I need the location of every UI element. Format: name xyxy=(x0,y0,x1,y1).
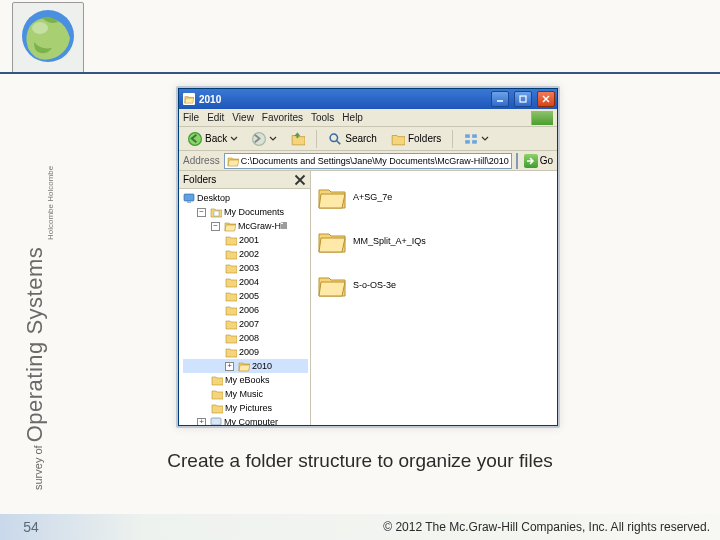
menu-file[interactable]: File xyxy=(183,112,199,123)
folder-icon xyxy=(225,276,237,288)
folder-icon xyxy=(225,234,237,246)
maximize-button[interactable] xyxy=(514,91,532,107)
tree-my-pictures[interactable]: My Pictures xyxy=(183,401,308,415)
forward-icon xyxy=(252,132,266,146)
search-button[interactable]: Search xyxy=(323,130,382,148)
window-title: 2010 xyxy=(199,94,486,105)
tree-desktop[interactable]: Desktop xyxy=(183,191,308,205)
content-pane[interactable]: A+SG_7e MM_Split_A+_IQs S-o-OS-3e xyxy=(311,171,557,425)
menu-tools[interactable]: Tools xyxy=(311,112,334,123)
svg-point-9 xyxy=(189,132,202,145)
folder-tree[interactable]: Desktop −My Documents −McGraw-Hill 2001 … xyxy=(179,189,310,425)
menubar: File Edit View Favorites Tools Help xyxy=(179,109,557,127)
book-spine: Holcombe Holcombe survey of Operating Sy… xyxy=(22,90,48,490)
search-label: Search xyxy=(345,133,377,144)
tree-my-music[interactable]: My Music xyxy=(183,387,308,401)
menu-help[interactable]: Help xyxy=(342,112,363,123)
svg-rect-13 xyxy=(465,140,470,144)
folders-pane-title: Folders xyxy=(183,174,216,185)
copyright: © 2012 The Mc.Graw-Hill Companies, Inc. … xyxy=(62,520,720,534)
address-path: C:\Documents and Settings\Jane\My Docume… xyxy=(241,156,509,166)
svg-rect-12 xyxy=(472,134,477,138)
back-button[interactable]: Back xyxy=(183,130,243,148)
folder-icon xyxy=(225,262,237,274)
collapse-toggle[interactable]: − xyxy=(211,222,220,231)
tree-my-documents[interactable]: −My Documents xyxy=(183,205,308,219)
folder-icon xyxy=(225,304,237,316)
go-icon xyxy=(524,154,538,168)
tree-year[interactable]: 2008 xyxy=(183,331,308,345)
folder-icon xyxy=(317,228,347,254)
folder-item[interactable]: A+SG_7e xyxy=(317,179,551,215)
folder-icon xyxy=(225,346,237,358)
globe-logo xyxy=(12,2,84,74)
expand-toggle[interactable]: + xyxy=(225,362,234,371)
go-button[interactable]: Go xyxy=(522,154,555,168)
tree-year[interactable]: 2003 xyxy=(183,261,308,275)
tree-year[interactable]: 2004 xyxy=(183,275,308,289)
explorer-window: 2010 File Edit View Favorites Tools Help… xyxy=(178,88,558,426)
chevron-down-icon xyxy=(481,135,489,143)
folder-icon xyxy=(317,272,347,298)
tree-my-ebooks[interactable]: My eBooks xyxy=(183,373,308,387)
folder-item[interactable]: MM_Split_A+_IQs xyxy=(317,223,551,259)
back-icon xyxy=(188,132,202,146)
spine-authors: Holcombe Holcombe xyxy=(46,166,55,240)
collapse-toggle[interactable]: − xyxy=(197,208,206,217)
chevron-down-icon xyxy=(230,135,238,143)
folders-pane-close[interactable] xyxy=(294,174,306,186)
explorer-screenshot: 2010 File Edit View Favorites Tools Help… xyxy=(176,86,560,428)
folder-icon xyxy=(225,318,237,330)
tree-vendor[interactable]: −McGraw-Hill xyxy=(183,219,308,233)
address-field[interactable]: C:\Documents and Settings\Jane\My Docume… xyxy=(224,153,512,169)
up-button[interactable] xyxy=(286,130,310,148)
expand-toggle[interactable]: + xyxy=(197,418,206,426)
menu-edit[interactable]: Edit xyxy=(207,112,224,123)
folder-label: A+SG_7e xyxy=(353,192,392,202)
search-icon xyxy=(328,132,342,146)
minimize-button[interactable] xyxy=(491,91,509,107)
folder-icon xyxy=(317,184,347,210)
tree-year[interactable]: 2001 xyxy=(183,233,308,247)
menu-view[interactable]: View xyxy=(232,112,254,123)
address-dropdown[interactable] xyxy=(516,153,518,169)
back-label: Back xyxy=(205,133,227,144)
close-button[interactable] xyxy=(537,91,555,107)
folder-icon xyxy=(211,388,223,400)
banner-rule xyxy=(0,72,720,74)
chevron-down-icon xyxy=(269,135,277,143)
views-icon xyxy=(464,132,478,146)
forward-button[interactable] xyxy=(247,130,282,148)
tree-year[interactable]: 2009 xyxy=(183,345,308,359)
folder-icon xyxy=(238,360,250,372)
computer-icon xyxy=(210,416,222,425)
tree-year[interactable]: 2007 xyxy=(183,317,308,331)
slide-caption: Create a folder structure to organize yo… xyxy=(0,450,720,472)
tree-my-computer[interactable]: +My Computer xyxy=(183,415,308,425)
folders-icon xyxy=(391,132,405,146)
folder-icon xyxy=(224,220,236,232)
svg-rect-14 xyxy=(472,140,477,144)
tree-year[interactable]: 2002 xyxy=(183,247,308,261)
xp-flag-icon xyxy=(531,111,553,125)
address-label: Address xyxy=(183,155,220,166)
toolbar-separator xyxy=(452,130,453,148)
tree-year[interactable]: 2006 xyxy=(183,303,308,317)
mydocs-icon xyxy=(210,206,222,218)
tree-year[interactable]: 2005 xyxy=(183,289,308,303)
folder-item[interactable]: S-o-OS-3e xyxy=(317,267,551,303)
globe-icon xyxy=(20,8,76,68)
svg-rect-11 xyxy=(465,134,470,138)
tree-year-selected[interactable]: +2010 xyxy=(183,359,308,373)
folder-icon xyxy=(211,402,223,414)
folders-button[interactable]: Folders xyxy=(386,130,446,148)
titlebar[interactable]: 2010 xyxy=(179,89,557,109)
toolbar: Back Search Folders xyxy=(179,127,557,151)
spine-big: Operating Systems xyxy=(22,247,47,443)
folders-label: Folders xyxy=(408,133,441,144)
views-button[interactable] xyxy=(459,130,494,148)
menu-favorites[interactable]: Favorites xyxy=(262,112,303,123)
folder-icon xyxy=(225,290,237,302)
folder-label: S-o-OS-3e xyxy=(353,280,396,290)
folder-icon xyxy=(227,155,239,167)
